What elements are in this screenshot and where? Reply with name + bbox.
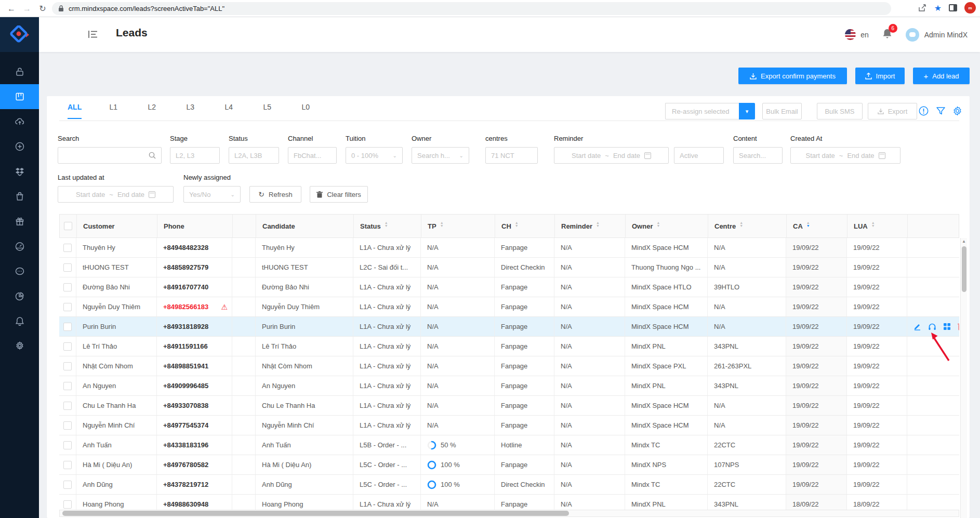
filter-funnel-icon[interactable] (936, 106, 946, 123)
column-header-owner[interactable]: Owner▲▼ (626, 215, 708, 237)
edit-icon[interactable] (913, 323, 921, 330)
sidebar-item-chat[interactable] (0, 259, 39, 284)
row-checkbox[interactable] (63, 382, 72, 390)
sort-carets[interactable]: ▲▼ (656, 223, 660, 229)
user-menu[interactable]: Admin MindX (906, 28, 968, 42)
horizontal-scrollbar[interactable] (59, 510, 959, 517)
trash-icon[interactable] (958, 323, 959, 330)
reassign-chevron-button[interactable]: ▾ (739, 103, 755, 119)
sidebar-item-leads-board[interactable] (0, 84, 39, 109)
tab-l0[interactable]: L0 (299, 103, 312, 119)
table-row[interactable]: tHUONG TEST+84858927579tHUONG TESTL2C - … (59, 258, 959, 277)
tab-l3[interactable]: L3 (183, 103, 197, 119)
bulk-sms-button[interactable]: Bulk SMS (817, 103, 863, 119)
vertical-scrollbar-thumb[interactable] (962, 246, 966, 292)
tab-l4[interactable]: L4 (222, 103, 235, 119)
sort-carets[interactable]: ▲▼ (739, 223, 743, 229)
sidebar-item-unlock[interactable] (0, 59, 39, 84)
sidebar-item-pie-chart[interactable] (0, 284, 39, 309)
sidebar-item-shopping-bag[interactable] (0, 184, 39, 209)
status-input[interactable]: L2A, L3B (229, 147, 279, 164)
app-logo[interactable] (0, 17, 39, 52)
scroll-up-arrow-icon[interactable]: ▲ (962, 239, 966, 244)
row-checkbox[interactable] (63, 461, 72, 469)
row-checkbox[interactable] (63, 303, 72, 311)
row-checkbox[interactable] (63, 441, 72, 449)
table-row[interactable]: Đường Bảo Nhi+84916707740Đường Bảo NhiL1… (59, 277, 959, 297)
browser-forward-icon[interactable]: → (21, 3, 33, 15)
sort-carets[interactable]: ▲▼ (440, 223, 444, 229)
import-button[interactable]: Import (855, 68, 905, 84)
sort-carets[interactable]: ▲▼ (515, 223, 519, 229)
centres-input[interactable]: 71 NCT (485, 147, 538, 164)
tab-l5[interactable]: L5 (260, 103, 274, 119)
table-row[interactable]: An Nguyen+84909996485An NguyenL1A - Chưa… (59, 376, 959, 396)
reminder-active-input[interactable]: Active (674, 147, 724, 164)
content-input[interactable]: Search... (733, 147, 783, 164)
reminder-daterange[interactable]: Start date~End date (554, 147, 669, 164)
sidebar-item-gift[interactable] (0, 209, 39, 234)
row-checkbox[interactable] (63, 481, 72, 489)
reassign-selected-dropdown[interactable]: Re-assign selected ▾ (665, 103, 755, 119)
tuition-select[interactable]: 0 - 100%⌄ (346, 147, 403, 164)
row-checkbox[interactable] (63, 323, 72, 331)
column-header-tp[interactable]: TP▲▼ (421, 215, 495, 237)
sort-carets[interactable]: ▲▼ (385, 223, 388, 229)
search-input[interactable] (58, 147, 162, 164)
column-header-lua[interactable]: LUA▲▼ (847, 215, 908, 237)
row-checkbox[interactable] (63, 342, 72, 351)
notifications-button[interactable]: 6 (882, 28, 892, 41)
column-header-ca[interactable]: CA▲▼ (787, 215, 847, 237)
browser-profile-avatar[interactable]: m (964, 2, 976, 14)
address-bar[interactable]: crm.mindxspace.com/leads?screenActiveTab… (52, 2, 891, 15)
stage-input[interactable]: L2, L3 (170, 147, 220, 164)
table-row[interactable]: Nguyễn Minh Chí+84977545374Nguyễn Minh C… (59, 416, 959, 435)
sort-carets[interactable]: ▲▼ (871, 223, 875, 229)
table-row[interactable]: Lê Trí Thảo+84911591166Lê Trí ThảoL1A - … (59, 337, 959, 356)
sidebar-item-dashboard[interactable] (0, 234, 39, 259)
clear-filters-button[interactable]: Clear filters (310, 186, 368, 203)
table-row[interactable]: Purin Burin+84931818928Purin BurinL1A - … (59, 317, 959, 337)
sidebar-item-bell[interactable] (0, 309, 39, 334)
row-checkbox[interactable] (63, 244, 72, 252)
bulk-email-button[interactable]: Bulk Email (762, 103, 802, 119)
row-checkbox[interactable] (63, 362, 72, 370)
sidebar-item-settings[interactable] (0, 334, 39, 358)
newly-assigned-select[interactable]: Yes/No⌄ (183, 186, 241, 203)
table-row[interactable]: Nguyễn Duy Thiêm+84982566183⚠Nguyễn Duy … (59, 297, 959, 317)
table-row[interactable]: Chu Le Thanh Ha+84933070838Chu Le Thanh … (59, 396, 959, 416)
info-circle-icon[interactable] (919, 106, 929, 123)
side-panel-icon[interactable] (949, 4, 957, 11)
table-row[interactable]: Thuyên Hy+84948482328Thuyên HyL1A - Chưa… (59, 238, 959, 258)
sidebar-item-add-circle[interactable] (0, 134, 39, 159)
bookmark-star-icon[interactable]: ★ (934, 3, 942, 13)
select-all-checkbox[interactable] (64, 222, 72, 230)
row-checkbox[interactable] (63, 421, 72, 430)
tab-all[interactable]: ALL (68, 103, 82, 119)
table-row[interactable]: Anh Dũng+84378219712Anh DũngL5C - Order … (59, 475, 959, 495)
browser-reload-icon[interactable]: ↻ (36, 3, 49, 15)
settings-gear-icon[interactable] (952, 106, 962, 123)
table-row[interactable]: Hà Mi ( Diệu An)+84976780582Hà Mi ( Diệu… (59, 455, 959, 475)
sort-carets[interactable]: ▲▼ (596, 223, 600, 229)
tab-l2[interactable]: L2 (145, 103, 158, 119)
vertical-scrollbar[interactable]: ▲ (960, 238, 967, 518)
channel-input[interactable]: FbChat... (288, 147, 337, 164)
language-switcher[interactable]: en (845, 29, 869, 40)
row-checkbox[interactable] (63, 283, 72, 291)
add-lead-button[interactable]: + Add lead (913, 68, 970, 84)
column-header-centre[interactable]: Centre▲▼ (708, 215, 787, 237)
last-updated-daterange[interactable]: Start date~End date (58, 186, 174, 203)
created-at-daterange[interactable]: Start date~End date (790, 147, 900, 164)
share-icon[interactable] (918, 4, 927, 12)
browser-back-icon[interactable]: ← (5, 3, 18, 15)
row-checkbox[interactable] (63, 402, 72, 410)
table-row[interactable]: Anh Tuấn+84338183196Anh TuấnL5B - Order … (59, 435, 959, 455)
export-button[interactable]: Export (868, 103, 917, 119)
horizontal-scrollbar-thumb[interactable] (62, 511, 569, 516)
column-header-ch[interactable]: CH▲▼ (495, 215, 555, 237)
sidebar-item-cloud-upload[interactable] (0, 109, 39, 134)
tab-l1[interactable]: L1 (107, 103, 120, 119)
table-row[interactable]: Nhật Còm Nhom+84898851941Nhật Còm NhomL1… (59, 356, 959, 376)
refresh-button[interactable]: ↻Refresh (249, 186, 301, 203)
